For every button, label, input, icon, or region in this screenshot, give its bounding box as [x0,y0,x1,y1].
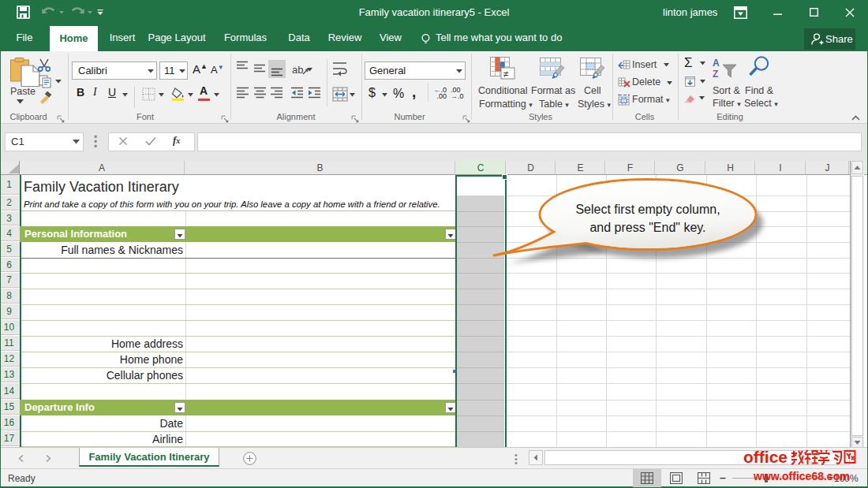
svg-text:Z: Z [713,69,718,80]
svg-text:A: A [713,58,720,69]
svg-text:ab: ab [292,64,303,76]
svg-text:≠: ≠ [503,69,509,80]
